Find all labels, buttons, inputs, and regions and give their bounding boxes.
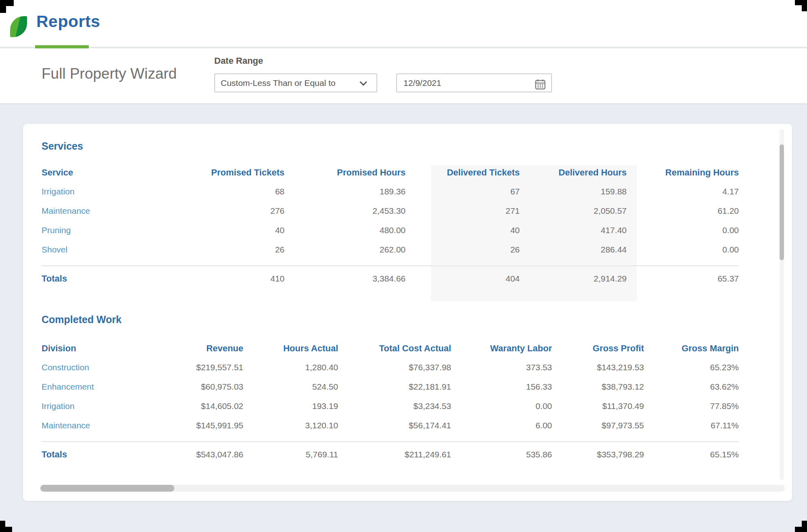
cell: $97,973.55	[552, 416, 644, 435]
cell: 2,914.29	[520, 266, 627, 291]
cell: $3,234.53	[338, 396, 451, 416]
cell: $11,370.49	[552, 396, 644, 416]
cell: 40	[163, 221, 284, 240]
cell: $143,219.53	[552, 358, 644, 377]
table-row: Maintenance $145,991.95 3,120.10 $56,174…	[42, 416, 739, 435]
cell: $353,798.29	[552, 442, 644, 467]
crop-mark-top-right	[802, 0, 807, 11]
cell: 480.00	[284, 221, 406, 240]
cell: 67.11%	[644, 416, 739, 435]
cell: 193.19	[243, 396, 338, 416]
cell: 77.85%	[644, 396, 739, 416]
table-row: Irrigation $14,605.02 193.19 $3,234.53 0…	[42, 396, 739, 416]
service-link[interactable]: Pruning	[42, 225, 71, 235]
column-header-division: Division	[42, 339, 155, 358]
column-header-promised-hours: Promised Hours	[284, 163, 406, 182]
cell: 65.15%	[644, 442, 739, 467]
cell: 40	[406, 221, 520, 240]
service-link[interactable]: Irrigation	[42, 187, 75, 196]
services-section-title: Services	[42, 140, 774, 152]
column-header-service: Service	[42, 163, 163, 182]
cell: $22,181.91	[338, 377, 451, 396]
cell: 373.53	[451, 358, 552, 377]
services-table: Service Promised Tickets Promised Hours …	[42, 163, 739, 291]
cell: 1,280.40	[243, 358, 338, 377]
totals-label: Totals	[42, 442, 155, 467]
cell: 0.00	[627, 240, 739, 259]
division-link[interactable]: Construction	[42, 363, 89, 372]
totals-row: Totals $543,047.86 5,769.11 $211,249.61 …	[42, 442, 739, 467]
cell: 156.33	[451, 377, 552, 396]
date-value: 12/9/2021	[404, 78, 441, 88]
cell: 417.40	[520, 221, 627, 240]
date-range-operator-select[interactable]: Custom-Less Than or Equal to	[214, 73, 377, 92]
column-header-revenue: Revenue	[155, 339, 243, 358]
division-link[interactable]: Maintenance	[42, 421, 90, 430]
cell: 3,384.66	[284, 266, 406, 291]
cell: 6.00	[451, 416, 552, 435]
column-header-gross-margin: Gross Margin	[644, 339, 739, 358]
vertical-scrollbar-thumb[interactable]	[780, 144, 784, 260]
table-row: Irrigation 68 189.36 67 159.88 4.17	[42, 182, 739, 201]
leaf-logo-icon[interactable]	[10, 16, 27, 37]
chevron-down-icon	[360, 78, 367, 86]
tab-reports[interactable]: Reports	[36, 0, 100, 48]
cell: 535.86	[451, 442, 552, 467]
completed-work-section-title: Completed Work	[42, 313, 774, 325]
crop-mark-top-left	[0, 0, 6, 13]
division-link[interactable]: Irrigation	[42, 401, 75, 411]
cell: 0.00	[451, 396, 552, 416]
cell: 410	[163, 266, 284, 291]
report-title: Full Property Wizard	[42, 65, 177, 82]
cell: 524.50	[243, 377, 338, 396]
totals-row: Totals 410 3,384.66 404 2,914.29 65.37	[42, 266, 739, 291]
cell: 61.20	[627, 201, 739, 221]
column-header-hours-actual: Hours Actual	[243, 339, 338, 358]
column-header-remaining-hours: Remaining Hours	[627, 163, 739, 182]
cell: 2,453.30	[284, 201, 406, 221]
cell: 271	[406, 201, 520, 221]
date-input[interactable]: 12/9/2021	[396, 73, 552, 92]
vertical-scrollbar[interactable]	[780, 129, 784, 480]
report-card: Services Service Promised Tickets Promis…	[23, 124, 792, 501]
top-nav: Reports	[0, 0, 807, 48]
column-header-delivered-tickets: Delivered Tickets	[406, 163, 520, 182]
cell: 65.37	[627, 266, 739, 291]
cell: 0.00	[627, 221, 739, 240]
totals-label: Totals	[42, 266, 163, 291]
cell: $211,249.61	[338, 442, 451, 467]
cell: $60,975.03	[155, 377, 243, 396]
cell: $56,174.41	[338, 416, 451, 435]
horizontal-scrollbar[interactable]	[40, 485, 785, 492]
division-link[interactable]: Enhancement	[42, 382, 94, 391]
cell: 159.88	[520, 182, 627, 201]
cell: 67	[406, 182, 520, 201]
table-row: Enhancement $60,975.03 524.50 $22,181.91…	[42, 377, 739, 396]
cell: 276	[163, 201, 284, 221]
cell: 5,769.11	[243, 442, 338, 467]
cell: 68	[163, 182, 284, 201]
calendar-icon[interactable]	[535, 78, 546, 88]
table-row: Shovel 26 262.00 26 286.44 0.00	[42, 240, 739, 259]
cell: 26	[163, 240, 284, 259]
completed-work-header-row: Division Revenue Hours Actual Total Cost…	[42, 339, 739, 358]
cell: 26	[406, 240, 520, 259]
cell: 4.17	[627, 182, 739, 201]
horizontal-scrollbar-thumb[interactable]	[40, 485, 174, 492]
cell: 65.23%	[644, 358, 739, 377]
cell: 404	[406, 266, 520, 291]
date-range-label: Date Range	[214, 56, 263, 66]
cell: $219,557.51	[155, 358, 243, 377]
crop-mark-bottom-left	[0, 521, 5, 532]
service-link[interactable]: Maintenance	[42, 206, 90, 215]
date-range-operator-value: Custom-Less Than or Equal to	[221, 78, 335, 88]
column-header-total-cost-actual: Total Cost Actual	[338, 339, 451, 358]
cell: 262.00	[284, 240, 406, 259]
column-header-promised-tickets: Promised Tickets	[163, 163, 284, 182]
cell: $38,793.12	[552, 377, 644, 396]
report-header: Full Property Wizard Date Range Custom-L…	[0, 48, 807, 103]
active-tab-underline	[35, 45, 89, 48]
cell: 3,120.10	[243, 416, 338, 435]
service-link[interactable]: Shovel	[42, 245, 67, 254]
column-header-delivered-hours: Delivered Hours	[520, 163, 627, 182]
